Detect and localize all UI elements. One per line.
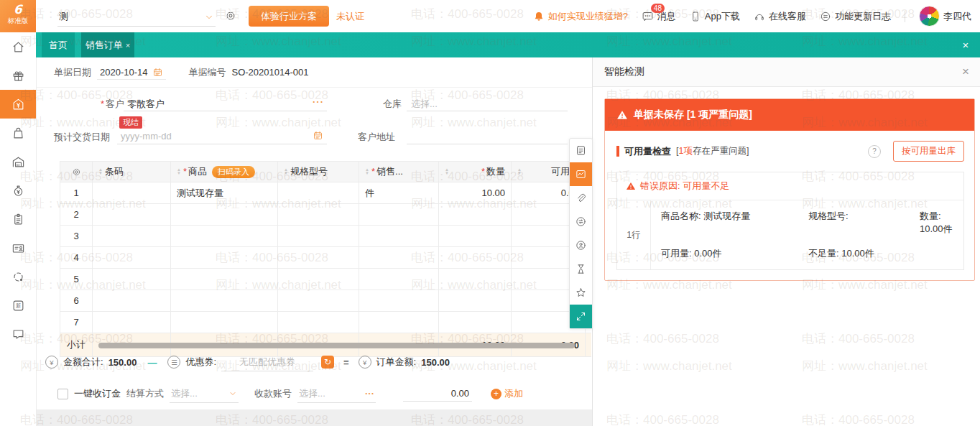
grid-cell[interactable]: 2	[60, 204, 93, 226]
grid-cell[interactable]	[278, 204, 359, 226]
grid-cell[interactable]	[93, 226, 171, 247]
grid-cell[interactable]	[93, 204, 171, 226]
close-all-tabs-icon[interactable]: ×	[957, 32, 974, 57]
grid-cell[interactable]	[171, 247, 278, 269]
settlement-select[interactable]: 选择...	[170, 385, 239, 403]
tab-close-icon[interactable]: ×	[126, 41, 130, 50]
grid-cell[interactable]	[439, 226, 512, 247]
sidebar-item-feedback[interactable]	[0, 320, 36, 348]
sidebar-item-contacts[interactable]	[0, 233, 36, 262]
sort-icon[interactable]	[177, 168, 181, 175]
grid-cell[interactable]: 7	[60, 312, 93, 333]
not-certified-link[interactable]: 未认证	[336, 10, 364, 23]
grid-cell[interactable]	[439, 312, 512, 333]
refresh-coupon-icon[interactable]: ↻	[321, 356, 334, 369]
scan-entry-button[interactable]: 扫码录入	[212, 166, 255, 178]
grid-cell[interactable]	[439, 290, 512, 312]
expand-tool[interactable]	[570, 305, 592, 328]
sidebar-item-gift[interactable]	[0, 61, 36, 90]
customer-picker-icon[interactable]: ···	[313, 96, 324, 107]
grid-cell[interactable]	[93, 269, 171, 290]
note-tool[interactable]	[570, 139, 592, 162]
table-row[interactable]: 2	[60, 204, 592, 226]
sidebar-item-new-feature[interactable]: 新	[0, 291, 36, 320]
grid-cell[interactable]	[278, 290, 359, 312]
user-menu[interactable]: 李四代	[919, 6, 971, 27]
grid-cell[interactable]	[171, 204, 278, 226]
tab-home[interactable]: 首页	[42, 32, 75, 57]
grid-cell[interactable]	[359, 247, 439, 269]
deposit-amount-input[interactable]: 0.00	[403, 386, 472, 402]
gear-icon[interactable]	[224, 9, 237, 22]
grid-cell[interactable]: 6	[60, 290, 93, 312]
grid-cell[interactable]	[278, 226, 359, 247]
app-logo[interactable]: 6 标准版	[0, 0, 36, 32]
grid-cell[interactable]	[359, 312, 439, 333]
sidebar-item-funds[interactable]	[0, 176, 36, 205]
app-download-button[interactable]: App下载	[690, 10, 740, 23]
panel-close-icon[interactable]: ×	[962, 65, 969, 79]
grid-cell[interactable]	[439, 269, 512, 290]
grid-cell[interactable]	[278, 269, 359, 290]
customer-field[interactable]	[124, 93, 327, 111]
doc-date-field[interactable]: 2020-10-14	[97, 65, 166, 80]
sidebar-item-warehouse[interactable]	[0, 147, 36, 176]
grid-cell[interactable]: 4	[60, 247, 93, 269]
grid-cell[interactable]: 5	[60, 269, 93, 290]
grid-cell[interactable]	[93, 312, 171, 333]
grid-cell[interactable]: 测试现存量	[171, 182, 278, 204]
grid-cell[interactable]: 1	[60, 182, 93, 204]
coupon-input[interactable]: 无匹配优惠券	[221, 353, 313, 371]
grid-cell[interactable]	[171, 226, 278, 247]
sort-icon[interactable]	[445, 168, 449, 175]
sort-icon[interactable]	[517, 168, 522, 175]
grid-cell[interactable]	[359, 290, 439, 312]
help-icon[interactable]: ?	[868, 145, 881, 158]
org-selector[interactable]: 测	[57, 7, 216, 27]
grid-cell[interactable]	[171, 290, 278, 312]
sidebar-item-purchase[interactable]	[0, 119, 36, 147]
grid-cell[interactable]	[171, 269, 278, 290]
smart-check-tool[interactable]	[570, 162, 592, 186]
sort-icon[interactable]	[365, 168, 369, 175]
favorite-tool[interactable]	[570, 281, 592, 305]
transfer-tool[interactable]	[570, 210, 592, 233]
grid-cell[interactable]: 10.00	[439, 182, 512, 204]
grid-cell[interactable]	[93, 290, 171, 312]
table-row[interactable]: 1测试现存量件10.000.0015.00	[60, 182, 592, 204]
grid-cell[interactable]	[359, 204, 439, 226]
grid-cell[interactable]: 3	[60, 226, 93, 247]
grid-settings-cell[interactable]	[60, 162, 93, 182]
table-row[interactable]: 7	[60, 312, 592, 333]
table-row[interactable]: 5	[60, 269, 592, 290]
grid-cell[interactable]	[93, 182, 171, 204]
sort-icon[interactable]	[284, 168, 288, 175]
grid-cell[interactable]	[359, 269, 439, 290]
table-row[interactable]: 3	[60, 226, 592, 247]
grid-cell[interactable]: 件	[359, 182, 439, 204]
pending-funds-tool[interactable]	[570, 257, 592, 281]
experience-plan-button[interactable]: 体验行业方案	[249, 6, 329, 27]
sort-icon[interactable]	[98, 168, 103, 175]
online-service-button[interactable]: 在线客服	[754, 10, 806, 23]
changelog-button[interactable]: 功能更新日志	[820, 10, 891, 23]
tab-sales-order[interactable]: 销售订单×	[81, 32, 134, 57]
grid-cell[interactable]	[278, 247, 359, 269]
grid-cell[interactable]	[171, 312, 278, 333]
calendar-icon[interactable]	[313, 130, 323, 141]
grid-cell[interactable]	[278, 182, 359, 204]
grid-cell[interactable]	[439, 247, 512, 269]
sidebar-item-sales[interactable]	[0, 90, 36, 119]
promo-link[interactable]: 如何实现业绩猛增?	[533, 10, 628, 23]
address-input[interactable]	[407, 126, 568, 144]
grid-cell[interactable]	[93, 247, 171, 269]
grid-cell[interactable]	[278, 312, 359, 333]
sidebar-item-inventory[interactable]	[0, 205, 36, 233]
table-row[interactable]: 6	[60, 290, 592, 312]
onekey-deposit-checkbox[interactable]	[57, 389, 68, 399]
horizontal-scrollbar[interactable]	[98, 343, 575, 348]
grid-cell[interactable]	[359, 226, 439, 247]
sidebar-item-sync[interactable]	[0, 262, 36, 291]
outbound-by-available-button[interactable]: 按可用量出库	[893, 141, 964, 162]
messages-button[interactable]: 消息 48	[642, 10, 676, 23]
